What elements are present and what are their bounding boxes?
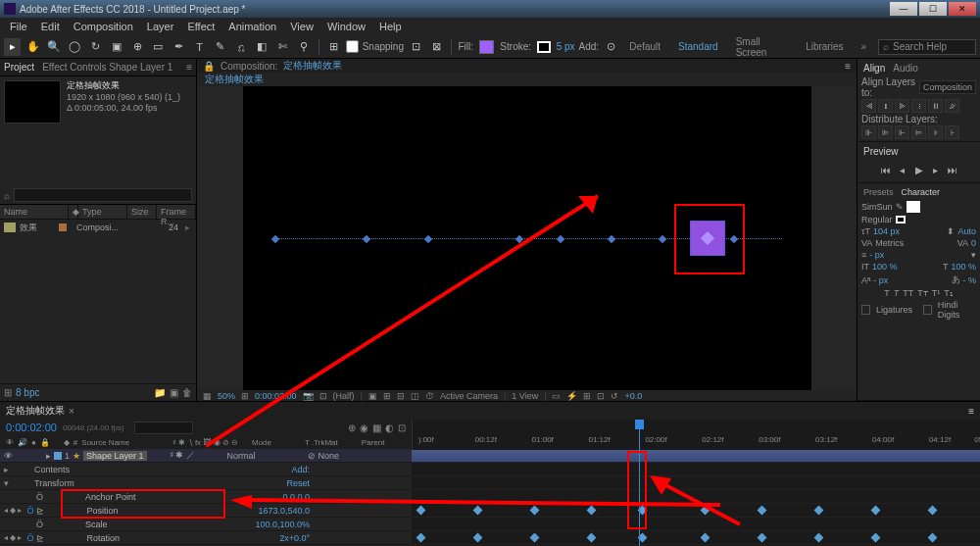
mask-icon[interactable]: ◫ (411, 391, 419, 401)
vscale[interactable]: 100 % (872, 262, 898, 272)
col-trkmat[interactable]: T .TrkMat (305, 438, 338, 447)
label-col-icon[interactable]: ◆ (64, 438, 70, 447)
ws-libraries[interactable]: Libraries (800, 39, 849, 54)
italic-icon[interactable]: T (894, 288, 900, 298)
orbit-tool-icon[interactable]: ◯ (67, 38, 83, 56)
time-ruler[interactable]: ):00f 00:12f 01:00f 01:12f 02:00f 02:12f… (412, 420, 980, 449)
clone-tool-icon[interactable]: ⎌ (233, 38, 250, 56)
menu-view[interactable]: View (284, 19, 319, 34)
rotate-tool-icon[interactable]: ↻ (87, 38, 104, 56)
views-dropdown[interactable]: 1 View (512, 391, 538, 401)
roto-tool-icon[interactable]: ✄ (274, 38, 291, 56)
font-size[interactable]: 104 px (873, 226, 900, 236)
ligatures-checkbox[interactable] (861, 305, 870, 315)
solo-col-icon[interactable]: ● (31, 438, 36, 447)
menu-composition[interactable]: Composition (68, 19, 139, 34)
col-name[interactable]: Name (0, 205, 69, 219)
tab-character[interactable]: Character (902, 187, 941, 197)
project-item-thumb[interactable] (4, 80, 61, 124)
prev-frame-icon[interactable]: ◂ (896, 163, 909, 176)
new-folder-icon[interactable]: 📁 (154, 387, 166, 398)
first-frame-icon[interactable]: ⏮ (879, 163, 893, 176)
add-menu-icon[interactable]: ⊙ (603, 38, 619, 56)
hscale[interactable]: 100 % (951, 262, 976, 272)
stroke-color-swatch[interactable] (896, 216, 906, 223)
layer-row[interactable]: 👁▸ 1 ★ Shape Layer 1 ♯ ✱ ／ Normal ⊘ None (0, 449, 412, 463)
panbehind-tool-icon[interactable]: ⊕ (128, 38, 145, 56)
tl-tool5-icon[interactable]: ⊡ (398, 422, 406, 433)
prop-position[interactable]: Position (47, 506, 118, 516)
res-full-icon[interactable]: ⊞ (241, 391, 249, 401)
channel-icon[interactable]: ⊡ (319, 391, 327, 401)
composition-viewer[interactable] (197, 86, 857, 390)
kerning[interactable]: Metrics (875, 238, 904, 248)
stroke-style[interactable]: ▾ (971, 250, 976, 260)
val-anchor[interactable]: 0.0,0.0 (282, 492, 310, 502)
stopwatch-rot-icon[interactable]: Ö (26, 533, 33, 543)
camera-dropdown[interactable]: Active Camera (440, 391, 498, 401)
time-icon[interactable]: ⏱ (425, 391, 434, 401)
viewer-lock-icon[interactable]: 🔒 (203, 61, 215, 72)
super-icon[interactable]: T¹ (932, 288, 941, 298)
align-vcenter-icon[interactable]: ⫼ (928, 99, 943, 113)
snap-opt-icon[interactable]: ⊡ (408, 38, 424, 56)
leading[interactable]: Auto (957, 226, 976, 236)
timeline-search-input[interactable] (134, 422, 193, 434)
align-top-icon[interactable]: ⫶ (911, 99, 926, 113)
layer-parent[interactable]: None (318, 451, 340, 461)
ws-default[interactable]: Default (623, 39, 666, 54)
dist-3-icon[interactable]: ⊩ (895, 125, 909, 139)
font-family-dropdown[interactable]: SimSun (861, 202, 893, 212)
reset-transform[interactable]: Reset (286, 478, 310, 488)
bold-icon[interactable]: T (884, 288, 890, 298)
tl-tool1-icon[interactable]: ⊕ (348, 422, 356, 433)
col-label-icon[interactable]: ◆ (69, 205, 78, 219)
align-hcenter-icon[interactable]: ⫿ (878, 99, 893, 113)
prop-scale[interactable]: Scale (46, 520, 108, 529)
col-parent[interactable]: Parent (362, 438, 385, 447)
dist-4-icon[interactable]: ⊨ (911, 125, 926, 139)
flowchart-icon[interactable]: ⊡ (597, 391, 605, 401)
new-comp-icon[interactable]: ▣ (170, 387, 178, 398)
col-mode[interactable]: Mode (252, 438, 271, 447)
stroke-swatch[interactable] (537, 41, 551, 53)
val-position[interactable]: 1673.0,540.0 (258, 506, 310, 516)
timeline-close-icon[interactable]: × (69, 406, 74, 417)
smallcaps-icon[interactable]: Tᴛ (917, 288, 928, 298)
col-framerate[interactable]: Frame R... (157, 205, 196, 219)
val-scale[interactable]: 100.0,100.0% (255, 520, 310, 529)
fill-swatch[interactable] (479, 40, 494, 54)
window-minimize-button[interactable]: — (890, 2, 917, 16)
stroke-w[interactable]: - px (869, 250, 884, 260)
tab-preview[interactable]: Preview (863, 146, 899, 157)
interpret-icon[interactable]: ⊞ (4, 387, 12, 398)
bpc-button[interactable]: 8 bpc (16, 387, 39, 398)
project-row[interactable]: 效果 Composi... 24 ▸ (0, 220, 196, 235)
dist-5-icon[interactable]: ⊧ (928, 125, 943, 139)
comp-panel-menu-icon[interactable]: ≡ (845, 61, 851, 72)
exposure[interactable]: +0.0 (624, 391, 642, 401)
viewer-timecode[interactable]: 0:00:02:00 (255, 391, 297, 401)
stopwatch-pos-icon[interactable]: Ö (26, 506, 33, 516)
local-axis-icon[interactable]: ⊞ (324, 38, 341, 56)
search-help-input[interactable]: ⌕Search Help (878, 39, 976, 55)
menu-file[interactable]: File (4, 19, 33, 34)
layer-bar[interactable] (412, 450, 980, 462)
kf-nav-pos[interactable]: ◂ ◆ ▸ (4, 506, 22, 515)
layer-name[interactable]: Shape Layer 1 (83, 451, 147, 461)
reset-exp-icon[interactable]: ↺ (611, 391, 618, 401)
col-size[interactable]: Size (127, 205, 157, 219)
snapshot-icon[interactable]: 📷 (303, 391, 314, 401)
tab-align[interactable]: Align (863, 63, 885, 74)
snap-opt2-icon[interactable]: ⊠ (428, 38, 445, 56)
project-search-input[interactable] (14, 188, 192, 202)
magnification[interactable]: 50% (218, 391, 235, 401)
brush-tool-icon[interactable]: ✎ (212, 38, 228, 56)
dist-2-icon[interactable]: ⊫ (878, 125, 893, 139)
comp-tab-name[interactable]: 定格抽帧效果 (283, 59, 342, 73)
tl-tool2-icon[interactable]: ◉ (360, 422, 368, 433)
grid-icon[interactable]: ⊞ (383, 391, 391, 401)
timeline-timecode[interactable]: 0:00:02:00 (6, 422, 57, 433)
expand-icon[interactable]: ▸ (182, 223, 192, 232)
rect-tool-icon[interactable]: ▭ (150, 38, 167, 56)
